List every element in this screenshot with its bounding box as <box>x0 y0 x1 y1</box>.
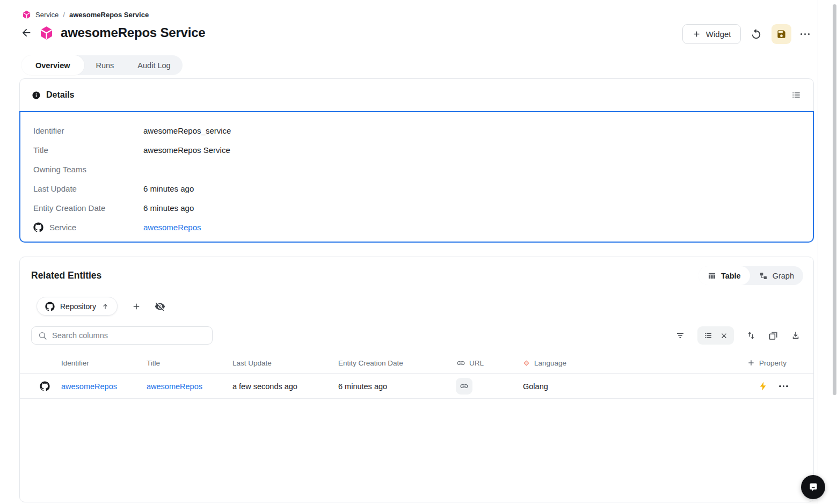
view-list-icon[interactable] <box>791 90 802 100</box>
clear-icon[interactable] <box>720 332 728 340</box>
tab-audit-log[interactable]: Audit Log <box>126 55 182 75</box>
filter-icon[interactable] <box>675 331 685 340</box>
repository-pill-label: Repository <box>60 302 96 311</box>
link-icon <box>456 359 465 368</box>
repository-pill[interactable]: Repository <box>37 297 118 316</box>
search-icon <box>38 331 47 340</box>
column-header-language[interactable]: Language <box>522 352 566 374</box>
details-selected-region[interactable]: Identifier awesomeRepos_service Title aw… <box>19 111 814 243</box>
breadcrumb-item-service[interactable]: Service <box>35 11 59 19</box>
row-more-button[interactable] <box>779 385 788 388</box>
header-actions: Widget <box>682 24 810 44</box>
column-header-identifier[interactable]: Identifier <box>61 352 89 374</box>
related-entities-card: Related Entities Table Graph Repository <box>19 257 814 502</box>
hide-relations-icon[interactable] <box>155 301 165 312</box>
details-header: Details <box>20 79 813 111</box>
view-list-icon[interactable] <box>703 331 713 340</box>
link-icon <box>460 382 469 391</box>
tab-overview[interactable]: Overview <box>21 55 84 75</box>
row-language: Golang <box>523 374 548 399</box>
breadcrumb: Service / awesomeRepos Service <box>22 10 149 19</box>
bolt-icon[interactable] <box>758 374 768 399</box>
page-header: awesomeRepos Service <box>20 25 205 40</box>
service-entity-link[interactable]: awesomeRepos <box>143 223 201 232</box>
table-toolbar <box>675 326 800 345</box>
vertical-scrollbar[interactable] <box>833 4 836 395</box>
arrow-up-icon <box>101 303 109 310</box>
plus-icon <box>692 30 701 39</box>
add-widget-button[interactable]: Widget <box>682 24 741 44</box>
detail-value: awesomeRepos Service <box>143 145 230 155</box>
service-cube-icon <box>22 10 31 19</box>
related-entities-title: Related Entities <box>31 270 101 281</box>
detail-row: Title awesomeRepos Service <box>33 140 813 159</box>
chat-launcher-button[interactable] <box>801 475 825 499</box>
search-columns-input[interactable] <box>52 331 206 340</box>
info-icon <box>32 91 41 100</box>
page-title: awesomeRepos Service <box>61 25 205 40</box>
column-header-last-update[interactable]: Last Update <box>232 352 272 374</box>
back-button[interactable] <box>20 27 32 39</box>
details-card: Details Identifier awesomeRepos_service … <box>19 78 814 243</box>
more-actions-button[interactable] <box>800 33 810 35</box>
detail-row: Identifier awesomeRepos_service <box>33 121 813 140</box>
detail-value: 6 minutes ago <box>143 203 194 213</box>
detail-label: Entity Creation Date <box>33 203 143 213</box>
save-icon <box>776 29 787 39</box>
detail-row: Last Update 6 minutes ago <box>33 179 813 198</box>
detail-label: Service <box>33 222 143 232</box>
graph-icon <box>759 272 768 280</box>
add-widget-label: Widget <box>706 30 731 39</box>
detail-value: 6 minutes ago <box>143 184 194 193</box>
github-icon <box>45 302 55 311</box>
detail-value: awesomeRepos_service <box>143 126 231 135</box>
chat-icon <box>807 481 820 494</box>
toggle-table[interactable]: Table <box>698 266 750 285</box>
sort-icon[interactable] <box>746 331 756 340</box>
detail-label: Title <box>33 145 143 155</box>
search-columns-box <box>31 326 213 345</box>
download-icon[interactable] <box>791 331 800 340</box>
toggle-graph[interactable]: Graph <box>750 266 803 285</box>
table-row[interactable]: awesomeRepos awesomeRepos a few seconds … <box>20 374 813 399</box>
plus-icon <box>747 359 755 367</box>
tab-runs[interactable]: Runs <box>84 55 126 75</box>
diamond-icon <box>522 359 530 367</box>
github-icon <box>40 374 50 399</box>
details-title: Details <box>46 90 74 100</box>
detail-row: Owning Teams <box>33 159 813 179</box>
detail-row: Service awesomeRepos <box>33 217 813 237</box>
github-icon <box>33 222 43 232</box>
column-header-title[interactable]: Title <box>147 352 160 374</box>
row-url-link-chip[interactable] <box>456 378 472 395</box>
row-last-update: a few seconds ago <box>232 374 297 399</box>
detail-label: Identifier <box>33 126 143 135</box>
detail-label: Last Update <box>33 184 143 193</box>
copy-icon[interactable] <box>768 331 778 341</box>
table-icon <box>708 272 716 280</box>
view-toggle: Table Graph <box>698 266 803 285</box>
table-header-row: Identifier Title Last Update Entity Crea… <box>20 352 813 374</box>
column-header-url[interactable]: URL <box>456 352 484 374</box>
row-entity-creation-date: 6 minutes ago <box>338 374 387 399</box>
service-cube-icon <box>39 26 54 40</box>
tab-bar: Overview Runs Audit Log <box>21 55 183 75</box>
add-property-button[interactable]: Property <box>747 352 787 374</box>
content-edge-divider <box>818 0 818 504</box>
row-title-link[interactable]: awesomeRepos <box>147 382 202 391</box>
column-view-group <box>697 326 734 345</box>
row-identifier-link[interactable]: awesomeRepos <box>61 382 117 391</box>
relation-pills: Repository <box>37 297 165 316</box>
undo-button[interactable] <box>750 28 762 40</box>
column-header-entity-creation-date[interactable]: Entity Creation Date <box>338 352 403 374</box>
detail-label: Owning Teams <box>33 165 143 174</box>
detail-row: Entity Creation Date 6 minutes ago <box>33 198 813 217</box>
add-relation-button[interactable] <box>132 302 141 311</box>
breadcrumb-item-current: awesomeRepos Service <box>69 11 149 19</box>
save-button[interactable] <box>772 24 791 44</box>
breadcrumb-separator: / <box>63 11 65 19</box>
